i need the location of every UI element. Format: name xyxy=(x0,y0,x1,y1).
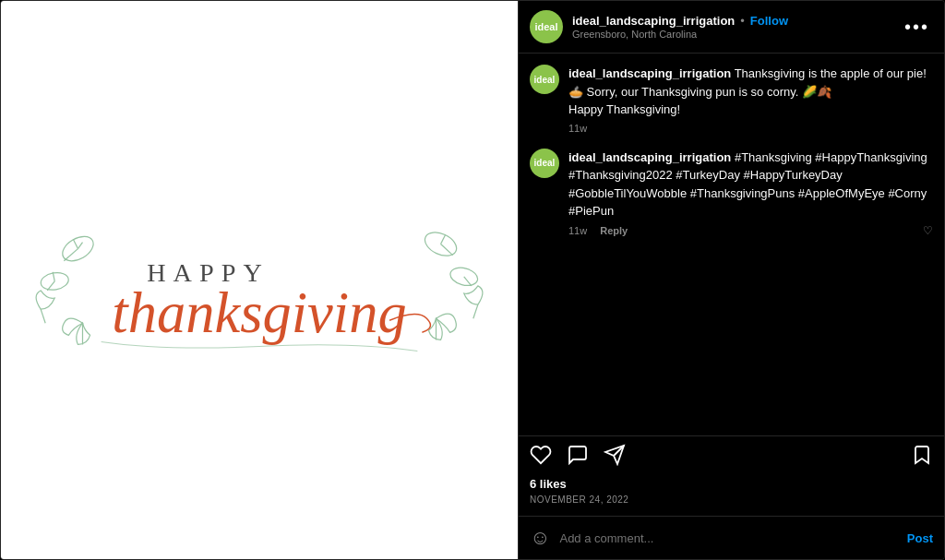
svg-line-5 xyxy=(47,281,54,291)
comment-time: 11w xyxy=(568,225,587,236)
comment-content: ideal_landscaping_irrigation Thanksgivin… xyxy=(568,65,933,134)
emoji-button[interactable]: ☺ xyxy=(530,526,550,550)
post-username[interactable]: ideal_landscaping_irrigation xyxy=(572,14,735,28)
svg-line-11 xyxy=(441,234,446,244)
dot-separator: • xyxy=(740,14,745,28)
more-options-button[interactable]: ••• xyxy=(901,17,933,38)
svg-line-13 xyxy=(464,276,472,285)
comment-content: ideal_landscaping_irrigation #Thanksgivi… xyxy=(568,149,933,237)
comment-text: ideal_landscaping_irrigation Thanksgivin… xyxy=(568,65,933,119)
post-image: HAPPY thanksgiving xyxy=(1,1,518,560)
reply-button[interactable]: Reply xyxy=(600,225,628,236)
commenter-avatar[interactable]: ideal xyxy=(530,65,559,94)
svg-line-15 xyxy=(473,304,478,318)
svg-line-3 xyxy=(78,242,82,248)
comments-area: ideal ideal_landscaping_irrigation Thank… xyxy=(519,54,944,435)
avatar[interactable]: ideal xyxy=(530,10,563,43)
comment-row: ideal ideal_landscaping_irrigation #Than… xyxy=(530,149,933,237)
thanksgiving-art: HAPPY thanksgiving xyxy=(1,1,518,560)
svg-line-8 xyxy=(41,309,45,323)
comment-input[interactable] xyxy=(559,531,897,545)
post-date: NOVEMBER 24, 2022 xyxy=(530,494,933,505)
like-comment-icon[interactable]: ♡ xyxy=(923,224,933,237)
follow-button[interactable]: Follow xyxy=(750,14,788,28)
header-info: ideal_landscaping_irrigation • Follow Gr… xyxy=(572,14,891,40)
svg-text:thanksgiving: thanksgiving xyxy=(112,280,406,345)
like-button[interactable] xyxy=(530,444,552,470)
action-bar: 6 likes NOVEMBER 24, 2022 xyxy=(519,435,944,516)
add-comment-bar: ☺ Post xyxy=(519,516,944,559)
comment-meta: 11w Reply ♡ xyxy=(568,224,933,237)
post-comment-button[interactable]: Post xyxy=(907,531,933,545)
commenter-username[interactable]: ideal_landscaping_irrigation xyxy=(568,150,731,164)
svg-line-2 xyxy=(73,239,78,248)
comment-row: ideal ideal_landscaping_irrigation Thank… xyxy=(530,65,933,134)
share-button[interactable] xyxy=(604,444,626,470)
comment-text: ideal_landscaping_irrigation #Thanksgivi… xyxy=(568,149,933,220)
post-header: ideal ideal_landscaping_irrigation • Fol… xyxy=(519,1,944,54)
post-container: HAPPY thanksgiving ideal ideal_landscapi… xyxy=(0,0,945,560)
post-right: ideal ideal_landscaping_irrigation • Fol… xyxy=(518,1,944,559)
svg-line-10 xyxy=(441,244,453,255)
likes-count: 6 likes xyxy=(530,477,933,491)
svg-line-1 xyxy=(64,248,78,260)
svg-point-12 xyxy=(449,265,480,288)
action-icons xyxy=(530,444,933,470)
comment-time: 11w xyxy=(568,123,587,134)
header-top: ideal_landscaping_irrigation • Follow xyxy=(572,14,891,28)
avatar-initials: ideal xyxy=(534,21,557,32)
location: Greensboro, North Carolina xyxy=(572,29,891,40)
comment-button[interactable] xyxy=(567,444,589,470)
bookmark-button[interactable] xyxy=(911,444,933,470)
comment-meta: 11w xyxy=(568,123,933,134)
commenter-username[interactable]: ideal_landscaping_irrigation xyxy=(568,66,731,80)
commenter-avatar[interactable]: ideal xyxy=(530,149,559,178)
